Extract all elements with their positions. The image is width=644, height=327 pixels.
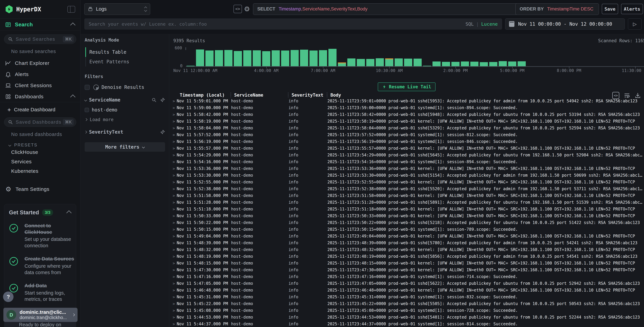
sql-mode-toggle[interactable]: SQL: [466, 22, 474, 27]
table-row[interactable]: >Nov 11 5:50:15.000 PMhost-demoinfo2025-…: [169, 226, 644, 233]
chevron-up-icon[interactable]: [66, 210, 72, 216]
column-resize-handle[interactable]: [288, 92, 288, 97]
alerts-button[interactable]: Alerts: [621, 4, 643, 14]
onboarding-step-connect[interactable]: Connect to ClickHouse Set up your databa…: [9, 222, 71, 249]
table-row[interactable]: >Nov 11 5:47:16.000 PMhost-demoinfo2025-…: [169, 273, 644, 280]
facet-severitytext[interactable]: SeverityText: [85, 129, 165, 135]
histogram-bar[interactable]: [366, 59, 374, 66]
table-row[interactable]: >Nov 11 5:49:04.000 PMhost-demoinfo2025-…: [169, 233, 644, 240]
table-row[interactable]: >Nov 11 5:54:16.000 PMhost-demoinfo2025-…: [169, 158, 644, 165]
table-row[interactable]: >Nov 11 5:52:38.000 PMhost-demoinfo2025-…: [169, 186, 644, 192]
histogram-bar[interactable]: [243, 50, 252, 66]
column-header-body[interactable]: Body: [330, 92, 341, 98]
histogram-bar[interactable]: [253, 50, 261, 66]
column-header-servicename[interactable]: ServiceName: [234, 92, 263, 98]
saved-dashboards-input[interactable]: Saved Dashboards ⌘K: [4, 118, 76, 127]
sidebar-item-client-sessions[interactable]: Client Sessions: [0, 80, 80, 91]
histogram-bar[interactable]: [508, 62, 516, 66]
table-row[interactable]: >Nov 11 5:58:42.000 PMhost-demoinfo2025-…: [169, 111, 644, 118]
user-account-button[interactable]: D dominic.tran@clic... dominic.tran@clic…: [4, 308, 78, 322]
resume-live-tail-button[interactable]: Resume Live Tail: [378, 82, 436, 91]
presets-toggle[interactable]: PRESETS: [0, 138, 80, 148]
histogram-bar[interactable]: [442, 62, 450, 66]
sidebar-item-dashboards[interactable]: Dashboards: [0, 91, 80, 102]
preset-kubernetes[interactable]: Kubernetes: [0, 166, 80, 176]
histogram-bar[interactable]: [489, 62, 497, 66]
sidebar-item-alerts[interactable]: Alerts: [0, 69, 80, 80]
lucene-mode-toggle[interactable]: Lucene: [481, 22, 498, 27]
histogram-bar[interactable]: [262, 51, 270, 66]
histogram-bar[interactable]: [281, 50, 289, 66]
table-row[interactable]: >Nov 11 5:53:30.000 PMhost-demoinfo2025-…: [169, 172, 644, 179]
histogram-bar[interactable]: [310, 50, 318, 66]
table-row[interactable]: >Nov 11 5:48:19.000 PMhost-demoinfo2025-…: [169, 253, 644, 260]
table-row[interactable]: >Nov 11 5:54:29.000 PMhost-demoinfo2025-…: [169, 152, 644, 158]
column-header-severitytext[interactable]: SeverityText: [292, 92, 323, 98]
onboarding-step-add-data[interactable]: Add Data Start sending logs, metrics, or…: [9, 282, 71, 302]
histogram-bar[interactable]: [347, 58, 356, 66]
histogram-bar[interactable]: [461, 62, 469, 66]
histogram-bar[interactable]: [224, 50, 232, 66]
more-filters-button[interactable]: More filters: [85, 142, 165, 152]
table-row[interactable]: >Nov 11 5:56:19.000 PMhost-demoinfo2025-…: [169, 138, 644, 145]
table-row[interactable]: >Nov 11 5:51:18.000 PMhost-demoinfo2025-…: [169, 206, 644, 212]
table-row[interactable]: >Nov 11 5:57:52.000 PMhost-demoinfo2025-…: [169, 132, 644, 138]
histogram-bar[interactable]: [290, 50, 299, 66]
source-settings-gear-icon[interactable]: ⚙: [242, 4, 252, 14]
histogram-bar[interactable]: [338, 62, 346, 66]
pin-icon[interactable]: [160, 98, 165, 102]
histogram-bar[interactable]: [385, 58, 393, 66]
table-row[interactable]: >Nov 11 5:48:15.000 PMhost-demoinfo2025-…: [169, 260, 644, 266]
preset-clickhouse[interactable]: ClickHouse: [0, 148, 80, 157]
table-row[interactable]: >Nov 11 5:46:48.000 PMhost-demoinfo2025-…: [169, 287, 644, 294]
histogram-bar[interactable]: [432, 62, 440, 66]
onboarding-step-sources[interactable]: Create Data Sources Configure where your…: [9, 256, 71, 276]
histogram-bar[interactable]: [423, 66, 431, 66]
column-resize-handle[interactable]: [327, 92, 328, 97]
facet-value-host-demo[interactable]: host-demo: [85, 107, 165, 113]
create-dashboard-button[interactable]: + Create Dashboard: [0, 102, 80, 114]
histogram-bar[interactable]: [272, 50, 280, 66]
histogram-bar[interactable]: [196, 50, 204, 66]
pin-icon[interactable]: [160, 130, 165, 134]
mode-event-patterns[interactable]: Event Patterns: [85, 57, 165, 66]
mode-results-table[interactable]: Results Table: [85, 47, 165, 57]
histogram-bar[interactable]: [215, 50, 223, 66]
table-row[interactable]: >Nov 11 5:44:37.000 PMhost-demoinfo2025-…: [169, 320, 644, 327]
table-row[interactable]: >Nov 11 5:58:19.000 PMhost-demoinfo2025-…: [169, 118, 644, 125]
save-button[interactable]: Save: [602, 4, 618, 14]
column-header-timestamp[interactable]: Timestamp (Local): [180, 92, 225, 98]
histogram-bar[interactable]: [414, 58, 422, 66]
checkbox[interactable]: [85, 85, 90, 90]
table-row[interactable]: >Nov 11 5:47:05.000 PMhost-demoinfo2025-…: [169, 280, 644, 287]
histogram-bar[interactable]: [470, 62, 478, 66]
edit-sql-icon[interactable]: <>: [234, 5, 242, 13]
facet-servicename[interactable]: ServiceName: [85, 97, 165, 103]
load-more-button[interactable]: Load more: [85, 117, 165, 122]
table-row[interactable]: >Nov 11 5:48:39.000 PMhost-demoinfo2025-…: [169, 240, 644, 246]
table-row[interactable]: >Nov 11 5:45:31.000 PMhost-demoinfo2025-…: [169, 294, 644, 300]
select-clause-input[interactable]: SELECT Timestamp,ServiceName,SeverityTex…: [253, 4, 561, 15]
histogram-bar[interactable]: [499, 61, 507, 66]
histogram-bar[interactable]: [518, 61, 526, 66]
checkbox[interactable]: [85, 108, 89, 112]
table-row[interactable]: >Nov 11 5:50:33.000 PMhost-demoinfo2025-…: [169, 212, 644, 219]
histogram-bar[interactable]: [328, 49, 336, 66]
table-row[interactable]: >Nov 11 5:59:01.000 PMhost-demoinfo2025-…: [169, 98, 644, 104]
events-histogram[interactable]: 600 0 Nov 11 12:00:00 AM4:00:00 AM7:00:0…: [186, 47, 640, 66]
table-row[interactable]: >Nov 11 5:59:00.000 PMhost-demoinfo2025-…: [169, 104, 644, 111]
histogram-bar[interactable]: [300, 50, 308, 66]
table-row[interactable]: >Nov 11 5:50:22.000 PMhost-demoinfo2025-…: [169, 219, 644, 226]
histogram-bar[interactable]: [234, 51, 242, 66]
table-row[interactable]: >Nov 11 5:55:57.000 PMhost-demoinfo2025-…: [169, 145, 644, 152]
table-row[interactable]: >Nov 11 5:58:04.000 PMhost-demoinfo2025-…: [169, 125, 644, 132]
histogram-bar[interactable]: [186, 66, 194, 66]
table-row[interactable]: >Nov 11 5:44:53.000 PMhost-demoinfo2025-…: [169, 314, 644, 320]
table-row[interactable]: >Nov 11 5:51:58.000 PMhost-demoinfo2025-…: [169, 192, 644, 199]
help-button[interactable]: ?: [3, 292, 14, 302]
table-row[interactable]: >Nov 11 5:53:36.000 PMhost-demoinfo2025-…: [169, 165, 644, 172]
sidebar-item-chart-explorer[interactable]: Chart Explorer: [0, 58, 80, 69]
table-row[interactable]: >Nov 11 5:51:28.000 PMhost-demoinfo2025-…: [169, 199, 644, 206]
histogram-bar[interactable]: [404, 58, 412, 66]
run-search-button[interactable]: ▷: [628, 18, 642, 30]
